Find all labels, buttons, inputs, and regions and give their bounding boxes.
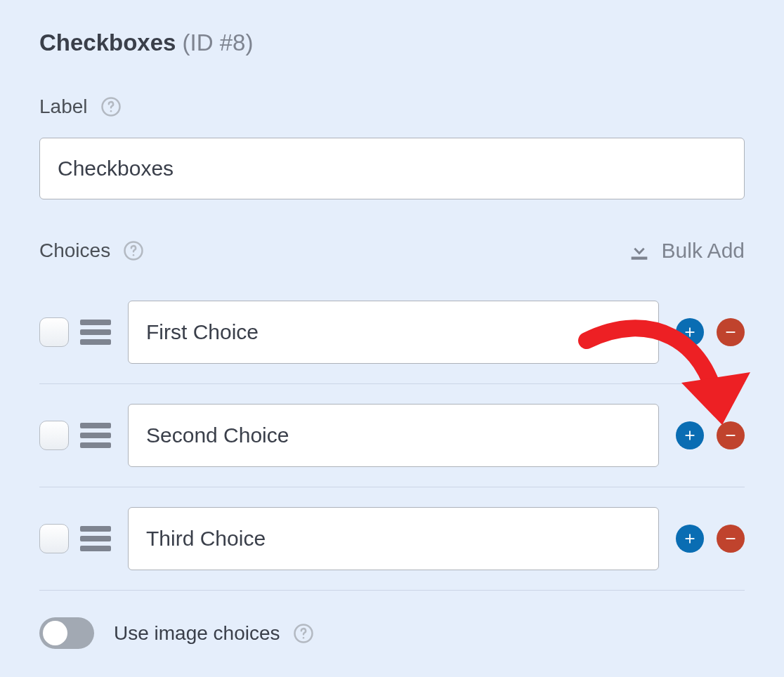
remove-choice-button[interactable] [717, 525, 745, 553]
help-icon[interactable] [293, 623, 314, 644]
add-choice-button[interactable] [676, 318, 704, 346]
remove-choice-button[interactable] [717, 318, 745, 346]
choice-row [39, 384, 745, 487]
add-choice-button[interactable] [676, 525, 704, 553]
drag-handle-icon[interactable] [80, 420, 111, 451]
bulk-add-label: Bulk Add [662, 239, 745, 263]
svg-point-3 [133, 254, 135, 256]
svg-point-1 [110, 110, 112, 112]
choice-default-checkbox[interactable] [39, 421, 69, 450]
choice-default-checkbox[interactable] [39, 524, 69, 553]
choices-section-title: Choices [39, 239, 110, 262]
panel-title-text: Checkboxes [39, 29, 176, 55]
label-field-title: Label [39, 96, 88, 118]
choice-input[interactable] [128, 404, 659, 467]
help-icon[interactable] [100, 96, 122, 117]
download-icon [627, 239, 651, 263]
svg-point-5 [302, 637, 304, 639]
panel-title: Checkboxes (ID #8) [39, 29, 745, 56]
image-choices-toggle[interactable] [39, 617, 94, 649]
choice-input[interactable] [128, 301, 659, 364]
bulk-add-button[interactable]: Bulk Add [627, 239, 745, 263]
choice-default-checkbox[interactable] [39, 317, 69, 347]
add-choice-button[interactable] [676, 421, 704, 449]
image-choices-label: Use image choices [114, 622, 280, 645]
drag-handle-icon[interactable] [80, 317, 111, 348]
drag-handle-icon[interactable] [80, 523, 111, 554]
panel-id-label: (ID #8) [183, 29, 254, 55]
label-field-input[interactable] [39, 138, 745, 199]
help-icon[interactable] [123, 240, 144, 261]
choice-row [39, 281, 745, 384]
remove-choice-button[interactable] [717, 421, 745, 449]
choice-input[interactable] [128, 507, 659, 570]
choice-row [39, 487, 745, 591]
